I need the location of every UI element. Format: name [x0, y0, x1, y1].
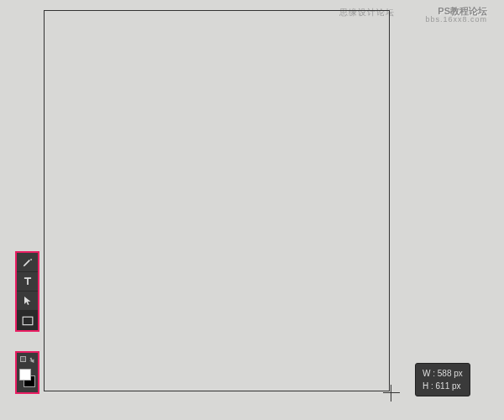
- rectangle-tool-button[interactable]: [17, 311, 38, 330]
- svg-rect-0: [23, 317, 33, 324]
- swap-arrows-icon: [29, 356, 35, 363]
- arrow-cursor-icon: [23, 295, 33, 307]
- tool-panel-color: [15, 351, 39, 394]
- type-tool-button[interactable]: [17, 272, 38, 291]
- pen-tool-button[interactable]: [17, 253, 38, 272]
- foreground-color-swatch[interactable]: [19, 369, 31, 381]
- shape-selection-rectangle[interactable]: [44, 10, 390, 391]
- rectangle-icon: [22, 316, 34, 326]
- path-selection-tool-button[interactable]: [17, 291, 38, 311]
- watermark-url: bbs.16xx8.com: [425, 15, 487, 24]
- dimension-tooltip: W : 588 px H : 611 px: [415, 363, 470, 396]
- pen-icon: [22, 256, 34, 268]
- width-readout: W : 588 px: [423, 367, 463, 380]
- screen-mode-button[interactable]: [17, 353, 38, 365]
- height-readout: H : 611 px: [423, 380, 463, 392]
- mode-square-icon: [20, 356, 26, 362]
- tool-panel-drawing: [15, 251, 39, 332]
- type-icon: [22, 276, 34, 287]
- color-swatch-control[interactable]: [17, 367, 38, 389]
